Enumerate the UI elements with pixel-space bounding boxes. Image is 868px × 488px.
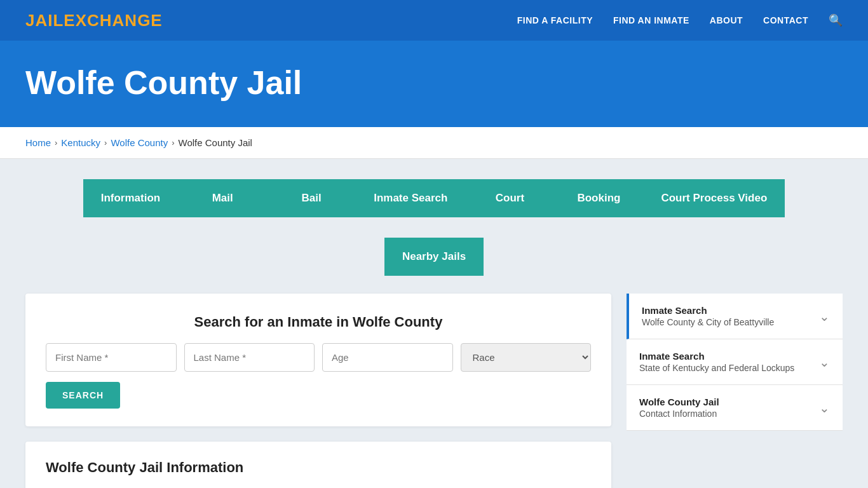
- breadcrumb-kentucky[interactable]: Kentucky: [61, 137, 100, 148]
- tab-information[interactable]: Information: [83, 179, 179, 217]
- tabs-row1: Information Mail Bail Inmate Search Cour…: [25, 179, 843, 217]
- info-heading: Wolfe County Jail Information: [46, 459, 591, 476]
- tab-nearby-jails[interactable]: Nearby Jails: [384, 238, 484, 276]
- last-name-input[interactable]: [184, 343, 315, 372]
- tab-booking[interactable]: Booking: [554, 179, 643, 217]
- nav-about[interactable]: ABOUT: [710, 15, 743, 25]
- tabs-row2: Nearby Jails: [25, 238, 843, 276]
- tab-inmate-search[interactable]: Inmate Search: [356, 179, 465, 217]
- two-column-layout: Search for an Inmate in Wolfe County Rac…: [25, 294, 843, 488]
- page-title: Wolfe County Jail: [25, 64, 843, 102]
- first-name-input[interactable]: [46, 343, 177, 372]
- race-select[interactable]: Race White Black Hispanic Asian Other: [461, 343, 592, 372]
- main-nav: FIND A FACILITY FIND AN INMATE ABOUT CON…: [517, 13, 843, 27]
- breadcrumb-sep-3: ›: [172, 138, 174, 147]
- tab-court[interactable]: Court: [465, 179, 554, 217]
- main-content-area: Information Mail Bail Inmate Search Cour…: [0, 159, 868, 488]
- inmate-search-card: Search for an Inmate in Wolfe County Rac…: [25, 294, 611, 426]
- breadcrumb-current: Wolfe County Jail: [179, 137, 252, 148]
- site-header: JAILEXCHANGE FIND A FACILITY FIND AN INM…: [0, 0, 868, 41]
- search-heading: Search for an Inmate in Wolfe County: [46, 314, 591, 330]
- hero-band: Wolfe County Jail: [0, 41, 868, 127]
- sidebar-item-subtitle-3: Contact Information: [639, 409, 719, 419]
- tab-bail[interactable]: Bail: [267, 179, 356, 217]
- sidebar-item-subtitle-2: State of Kentucky and Federal Lockups: [639, 363, 794, 373]
- sidebar-item-title-2: Inmate Search: [639, 351, 794, 362]
- sidebar-item-subtitle-1: Wolfe County & City of Beattyville: [642, 317, 774, 327]
- search-icon[interactable]: 🔍: [829, 13, 843, 27]
- info-body: Offenders in Wolfe County are brought to…: [46, 485, 591, 488]
- sidebar-item-title-3: Wolfe County Jail: [639, 396, 719, 407]
- logo-jail: JAIL: [25, 11, 64, 30]
- breadcrumb-sep-1: ›: [55, 138, 57, 147]
- chevron-down-icon-2: ⌄: [819, 355, 830, 370]
- breadcrumb-bar: Home › Kentucky › Wolfe County › Wolfe C…: [0, 127, 868, 159]
- sidebar-item-title-1: Inmate Search: [642, 305, 774, 316]
- breadcrumb-sep-2: ›: [104, 138, 107, 147]
- logo-exchange-highlight: EXCHANGE: [64, 11, 162, 30]
- nav-find-inmate[interactable]: FIND AN INMATE: [613, 15, 689, 25]
- left-panel: Search for an Inmate in Wolfe County Rac…: [25, 294, 611, 488]
- sidebar-item-inmate-search-local[interactable]: Inmate Search Wolfe County & City of Bea…: [627, 294, 843, 339]
- nav-find-facility[interactable]: FIND A FACILITY: [517, 15, 593, 25]
- site-logo[interactable]: JAILEXCHANGE: [25, 11, 163, 30]
- breadcrumb-home[interactable]: Home: [25, 137, 51, 148]
- nav-contact[interactable]: CONTACT: [763, 15, 808, 25]
- sidebar-item-text-1: Inmate Search Wolfe County & City of Bea…: [642, 305, 774, 327]
- sidebar-item-text-3: Wolfe County Jail Contact Information: [639, 396, 719, 419]
- age-input[interactable]: [322, 343, 453, 372]
- chevron-down-icon-3: ⌄: [819, 400, 830, 416]
- sidebar-item-contact-info[interactable]: Wolfe County Jail Contact Information ⌄: [627, 385, 843, 431]
- sidebar-item-inmate-search-state[interactable]: Inmate Search State of Kentucky and Fede…: [627, 339, 843, 385]
- search-fields: Race White Black Hispanic Asian Other: [46, 343, 591, 372]
- breadcrumb-wolfe-county[interactable]: Wolfe County: [111, 137, 168, 148]
- tab-mail[interactable]: Mail: [178, 179, 267, 217]
- chevron-down-icon-1: ⌄: [819, 309, 830, 324]
- breadcrumb: Home › Kentucky › Wolfe County › Wolfe C…: [25, 137, 843, 148]
- right-panel: Inmate Search Wolfe County & City of Bea…: [627, 294, 843, 431]
- tab-court-process-video[interactable]: Court Process Video: [643, 179, 785, 217]
- info-card: Wolfe County Jail Information Offenders …: [25, 442, 611, 488]
- search-button[interactable]: SEARCH: [46, 382, 120, 409]
- sidebar-item-text-2: Inmate Search State of Kentucky and Fede…: [639, 351, 794, 373]
